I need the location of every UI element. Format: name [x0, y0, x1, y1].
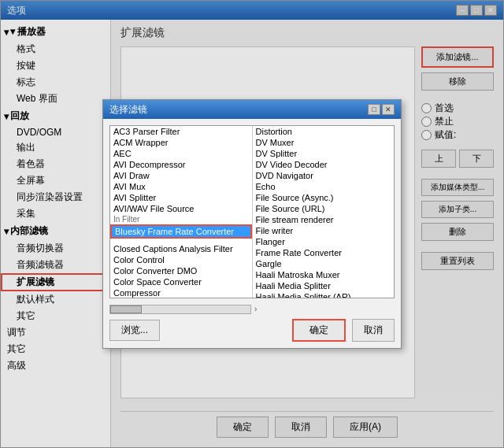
list-item[interactable]: AVI Draw [110, 170, 252, 181]
list-item[interactable]: AEC [110, 148, 252, 159]
hscroll-right-arrow[interactable]: › [254, 305, 257, 314]
list-item[interactable]: Closed Captions Analysis Filter [110, 243, 252, 254]
list-item[interactable]: File stream renderer [253, 214, 395, 225]
modal-right-col: Distortion DV Muxer DV Splitter DV Video… [253, 126, 395, 298]
list-item[interactable]: DV Video Decoder [253, 159, 395, 170]
list-item[interactable]: Haali Media Splitter [253, 280, 395, 291]
list-item[interactable]: Echo [253, 181, 395, 192]
list-item[interactable]: File writer [253, 225, 395, 236]
list-item-bluesky[interactable]: Bluesky Frame Rate Converter [110, 224, 252, 239]
hscroll-area: › [109, 305, 395, 314]
list-item[interactable]: AC3 Parser Filter [110, 126, 252, 137]
modal-list[interactable]: AC3 Parser Filter ACM Wrapper AEC AVI De… [109, 125, 395, 298]
list-item-color-space[interactable]: Color Space Converter [110, 276, 252, 287]
list-item[interactable]: Frame Rate Converter [253, 247, 395, 258]
list-item[interactable]: File Source (URL) [253, 203, 395, 214]
modal-cancel-btn[interactable]: 取消 [352, 319, 395, 342]
list-item[interactable]: DV Splitter [253, 148, 395, 159]
list-item[interactable]: AVI Decompressor [110, 159, 252, 170]
modal-ok-btn[interactable]: 确定 [292, 319, 346, 342]
modal-overlay: 选择滤镜 □ ✕ AC3 Parser Filter ACM Wrapper A… [0, 0, 504, 448]
list-item[interactable]: AVI Mux [110, 181, 252, 192]
hscrollbar[interactable] [109, 305, 251, 314]
list-item[interactable]: DVD Navigator [253, 170, 395, 181]
list-item[interactable]: DV Muxer [253, 137, 395, 148]
list-item[interactable]: Gargle [253, 258, 395, 269]
list-item[interactable]: Haali Media Splitter (AR) [253, 291, 395, 298]
hscroll-thumb[interactable] [110, 305, 142, 313]
list-item[interactable]: Distortion [253, 126, 395, 137]
list-item[interactable]: Haali Matroska Muxer [253, 269, 395, 280]
modal-title: 选择滤镜 [109, 103, 147, 117]
modal-dialog: 选择滤镜 □ ✕ AC3 Parser Filter ACM Wrapper A… [102, 99, 402, 349]
list-item[interactable]: Compressor [110, 287, 252, 298]
modal-left-col: AC3 Parser Filter ACM Wrapper AEC AVI De… [110, 126, 253, 298]
modal-titlebar-controls: □ ✕ [368, 104, 395, 115]
list-item[interactable]: AVI Splitter [110, 192, 252, 203]
list-item[interactable]: Color Converter DMO [110, 265, 252, 276]
list-item[interactable]: AVI/WAV File Source [110, 203, 252, 214]
modal-close-btn[interactable]: ✕ [382, 104, 395, 115]
modal-bottom: 浏览... 确定 取消 [109, 319, 395, 342]
list-item[interactable]: ACM Wrapper [110, 137, 252, 148]
modal-ok-cancel: 确定 取消 [292, 319, 395, 342]
modal-titlebar: 选择滤镜 □ ✕ [103, 100, 401, 119]
browse-btn[interactable]: 浏览... [109, 320, 160, 341]
list-item[interactable]: File Source (Async.) [253, 192, 395, 203]
list-item[interactable]: In Filter [110, 214, 252, 224]
modal-minimize-btn[interactable]: □ [368, 104, 380, 115]
modal-content: AC3 Parser Filter ACM Wrapper AEC AVI De… [103, 119, 401, 348]
list-item[interactable]: Color Control [110, 254, 252, 265]
list-item[interactable]: Flanger [253, 236, 395, 247]
